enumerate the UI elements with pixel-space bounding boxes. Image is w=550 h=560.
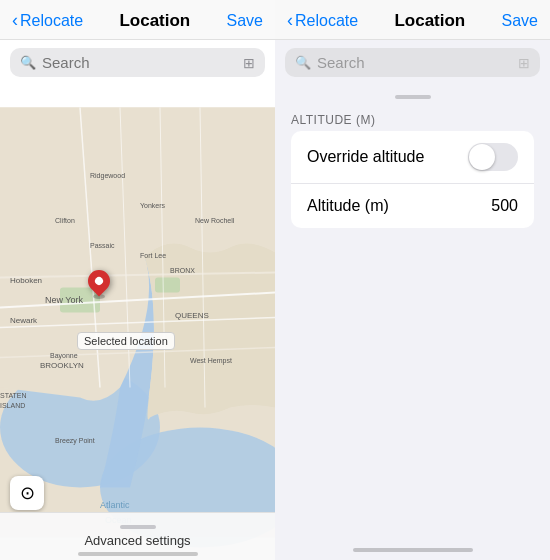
svg-text:QUEENS: QUEENS xyxy=(175,311,209,320)
toggle-knob xyxy=(469,144,495,170)
selected-location-label: Selected location xyxy=(77,332,175,350)
left-back-label: Relocate xyxy=(20,12,83,30)
left-search-input[interactable] xyxy=(42,54,243,71)
altitude-value-row: Altitude (m) 500 xyxy=(291,184,534,228)
svg-text:Bayonne: Bayonne xyxy=(50,352,78,360)
right-back-chevron-icon: ‹ xyxy=(287,10,293,31)
right-nav-title: Location xyxy=(394,11,465,31)
left-search-icon: 🔍 xyxy=(20,55,36,70)
pin-head xyxy=(83,265,114,296)
right-panel: ‹ Relocate Location Save 🔍 ⊞ ALTITUDE (M… xyxy=(275,0,550,560)
map-pin xyxy=(88,270,110,299)
right-nav-bar: ‹ Relocate Location Save xyxy=(275,0,550,40)
right-spacer xyxy=(275,228,550,540)
left-nav-bar: ‹ Relocate Location Save xyxy=(0,0,275,40)
override-altitude-toggle[interactable] xyxy=(468,143,518,171)
svg-rect-4 xyxy=(155,278,180,293)
panel-drag-handle-icon xyxy=(395,95,431,99)
advanced-settings-label: Advanced settings xyxy=(84,533,190,548)
right-search-icon: 🔍 xyxy=(295,55,311,70)
left-nav-title: Location xyxy=(119,11,190,31)
svg-text:Ridgewood: Ridgewood xyxy=(90,172,125,180)
bottom-controls: ⊙ xyxy=(10,476,44,510)
right-back-label: Relocate xyxy=(295,12,358,30)
left-save-button[interactable]: Save xyxy=(227,12,263,30)
override-altitude-label: Override altitude xyxy=(307,148,424,166)
svg-text:New York: New York xyxy=(45,295,84,305)
svg-text:Hoboken: Hoboken xyxy=(10,276,42,285)
right-back-button[interactable]: ‹ Relocate xyxy=(287,10,358,31)
svg-text:Clifton: Clifton xyxy=(55,217,75,224)
left-map-icon: ⊞ xyxy=(243,55,255,71)
svg-text:Atlantic: Atlantic xyxy=(100,500,130,510)
svg-text:Yonkers: Yonkers xyxy=(140,202,166,209)
pin-dot xyxy=(93,275,104,286)
home-indicator-left xyxy=(78,552,198,556)
right-map-icon: ⊞ xyxy=(518,55,530,71)
left-search-bar[interactable]: 🔍 ⊞ xyxy=(10,48,265,77)
home-indicator-right xyxy=(353,548,473,552)
panel-drag-area[interactable] xyxy=(275,85,550,105)
svg-text:West Hempst: West Hempst xyxy=(190,357,232,365)
map-area[interactable]: New York Newark Hoboken QUEENS BROOKLYN … xyxy=(0,85,275,560)
svg-text:Passaic: Passaic xyxy=(90,242,115,249)
left-back-chevron-icon: ‹ xyxy=(12,10,18,31)
altitude-value: 500 xyxy=(491,197,518,215)
override-altitude-row: Override altitude xyxy=(291,131,534,184)
altitude-settings-group: Override altitude Altitude (m) 500 xyxy=(291,131,534,228)
left-back-button[interactable]: ‹ Relocate xyxy=(12,10,83,31)
altitude-section-label: ALTITUDE (M) xyxy=(275,105,550,131)
altitude-label: Altitude (m) xyxy=(307,197,389,215)
location-button[interactable]: ⊙ xyxy=(10,476,44,510)
right-search-input xyxy=(317,54,518,71)
svg-text:STATEN: STATEN xyxy=(0,392,27,399)
svg-text:BROOKLYN: BROOKLYN xyxy=(40,361,84,370)
left-panel: ‹ Relocate Location Save 🔍 ⊞ xyxy=(0,0,275,560)
svg-text:ISLAND: ISLAND xyxy=(0,402,25,409)
svg-text:New Rochell: New Rochell xyxy=(195,217,235,224)
location-icon: ⊙ xyxy=(20,482,35,504)
right-search-bar: 🔍 ⊞ xyxy=(285,48,540,77)
svg-text:BRONX: BRONX xyxy=(170,267,195,274)
svg-text:Breezy Point: Breezy Point xyxy=(55,437,95,445)
svg-text:Fort Lee: Fort Lee xyxy=(140,252,166,259)
drag-handle-icon xyxy=(120,525,156,529)
svg-text:Newark: Newark xyxy=(10,316,38,325)
right-save-button[interactable]: Save xyxy=(502,12,538,30)
